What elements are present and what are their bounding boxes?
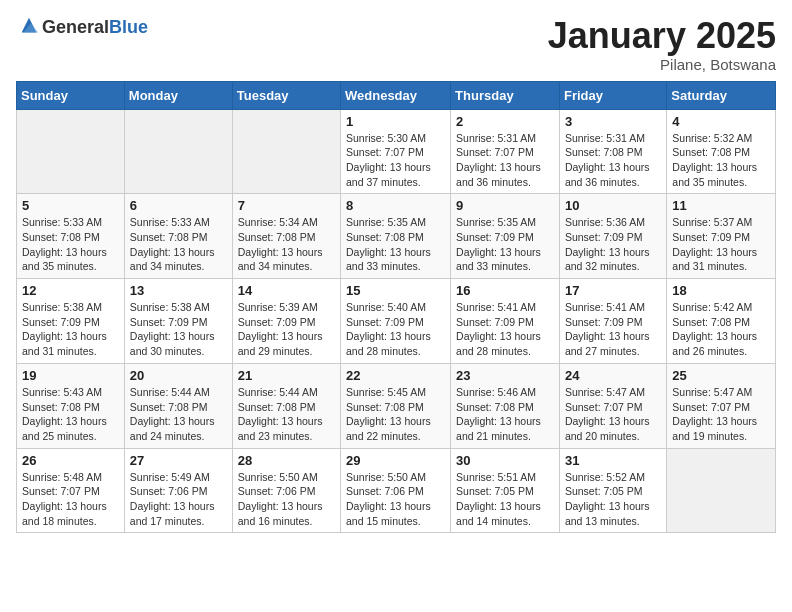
calendar-cell: 30Sunrise: 5:51 AM Sunset: 7:05 PM Dayli… xyxy=(451,448,560,533)
day-number: 14 xyxy=(238,283,335,298)
day-info: Sunrise: 5:41 AM Sunset: 7:09 PM Dayligh… xyxy=(456,300,554,359)
calendar-cell: 19Sunrise: 5:43 AM Sunset: 7:08 PM Dayli… xyxy=(17,363,125,448)
subtitle: Pilane, Botswana xyxy=(548,56,776,73)
calendar-cell: 15Sunrise: 5:40 AM Sunset: 7:09 PM Dayli… xyxy=(341,279,451,364)
calendar-cell: 11Sunrise: 5:37 AM Sunset: 7:09 PM Dayli… xyxy=(667,194,776,279)
day-number: 18 xyxy=(672,283,770,298)
day-info: Sunrise: 5:38 AM Sunset: 7:09 PM Dayligh… xyxy=(130,300,227,359)
calendar-cell: 6Sunrise: 5:33 AM Sunset: 7:08 PM Daylig… xyxy=(124,194,232,279)
calendar-cell: 26Sunrise: 5:48 AM Sunset: 7:07 PM Dayli… xyxy=(17,448,125,533)
day-number: 27 xyxy=(130,453,227,468)
day-info: Sunrise: 5:47 AM Sunset: 7:07 PM Dayligh… xyxy=(565,385,661,444)
weekday-header-cell: Thursday xyxy=(451,81,560,109)
day-number: 23 xyxy=(456,368,554,383)
page-header: GeneralBlue January 2025 Pilane, Botswan… xyxy=(16,16,776,73)
calendar-cell: 4Sunrise: 5:32 AM Sunset: 7:08 PM Daylig… xyxy=(667,109,776,194)
calendar-cell: 20Sunrise: 5:44 AM Sunset: 7:08 PM Dayli… xyxy=(124,363,232,448)
calendar-week-row: 12Sunrise: 5:38 AM Sunset: 7:09 PM Dayli… xyxy=(17,279,776,364)
calendar-cell: 29Sunrise: 5:50 AM Sunset: 7:06 PM Dayli… xyxy=(341,448,451,533)
day-number: 8 xyxy=(346,198,445,213)
calendar-body: 1Sunrise: 5:30 AM Sunset: 7:07 PM Daylig… xyxy=(17,109,776,533)
title-block: January 2025 Pilane, Botswana xyxy=(548,16,776,73)
calendar-cell: 5Sunrise: 5:33 AM Sunset: 7:08 PM Daylig… xyxy=(17,194,125,279)
logo-general: General xyxy=(42,17,109,37)
weekday-header-cell: Wednesday xyxy=(341,81,451,109)
calendar-cell: 21Sunrise: 5:44 AM Sunset: 7:08 PM Dayli… xyxy=(232,363,340,448)
day-info: Sunrise: 5:30 AM Sunset: 7:07 PM Dayligh… xyxy=(346,131,445,190)
logo: GeneralBlue xyxy=(16,16,148,38)
calendar-cell: 16Sunrise: 5:41 AM Sunset: 7:09 PM Dayli… xyxy=(451,279,560,364)
day-info: Sunrise: 5:37 AM Sunset: 7:09 PM Dayligh… xyxy=(672,215,770,274)
calendar-cell: 9Sunrise: 5:35 AM Sunset: 7:09 PM Daylig… xyxy=(451,194,560,279)
calendar-week-row: 19Sunrise: 5:43 AM Sunset: 7:08 PM Dayli… xyxy=(17,363,776,448)
calendar-cell: 14Sunrise: 5:39 AM Sunset: 7:09 PM Dayli… xyxy=(232,279,340,364)
calendar-cell: 10Sunrise: 5:36 AM Sunset: 7:09 PM Dayli… xyxy=(559,194,666,279)
day-info: Sunrise: 5:32 AM Sunset: 7:08 PM Dayligh… xyxy=(672,131,770,190)
day-info: Sunrise: 5:51 AM Sunset: 7:05 PM Dayligh… xyxy=(456,470,554,529)
calendar-cell: 18Sunrise: 5:42 AM Sunset: 7:08 PM Dayli… xyxy=(667,279,776,364)
day-number: 19 xyxy=(22,368,119,383)
day-number: 6 xyxy=(130,198,227,213)
weekday-header-cell: Saturday xyxy=(667,81,776,109)
day-info: Sunrise: 5:44 AM Sunset: 7:08 PM Dayligh… xyxy=(130,385,227,444)
day-info: Sunrise: 5:48 AM Sunset: 7:07 PM Dayligh… xyxy=(22,470,119,529)
day-number: 25 xyxy=(672,368,770,383)
day-number: 5 xyxy=(22,198,119,213)
day-info: Sunrise: 5:39 AM Sunset: 7:09 PM Dayligh… xyxy=(238,300,335,359)
day-number: 1 xyxy=(346,114,445,129)
calendar-table: SundayMondayTuesdayWednesdayThursdayFrid… xyxy=(16,81,776,534)
weekday-header-cell: Sunday xyxy=(17,81,125,109)
day-info: Sunrise: 5:40 AM Sunset: 7:09 PM Dayligh… xyxy=(346,300,445,359)
day-info: Sunrise: 5:35 AM Sunset: 7:09 PM Dayligh… xyxy=(456,215,554,274)
calendar-week-row: 5Sunrise: 5:33 AM Sunset: 7:08 PM Daylig… xyxy=(17,194,776,279)
day-number: 4 xyxy=(672,114,770,129)
calendar-cell: 1Sunrise: 5:30 AM Sunset: 7:07 PM Daylig… xyxy=(341,109,451,194)
day-info: Sunrise: 5:46 AM Sunset: 7:08 PM Dayligh… xyxy=(456,385,554,444)
calendar-cell: 17Sunrise: 5:41 AM Sunset: 7:09 PM Dayli… xyxy=(559,279,666,364)
calendar-cell: 25Sunrise: 5:47 AM Sunset: 7:07 PM Dayli… xyxy=(667,363,776,448)
day-number: 11 xyxy=(672,198,770,213)
day-info: Sunrise: 5:47 AM Sunset: 7:07 PM Dayligh… xyxy=(672,385,770,444)
calendar-cell: 23Sunrise: 5:46 AM Sunset: 7:08 PM Dayli… xyxy=(451,363,560,448)
day-number: 10 xyxy=(565,198,661,213)
day-number: 12 xyxy=(22,283,119,298)
calendar-cell: 28Sunrise: 5:50 AM Sunset: 7:06 PM Dayli… xyxy=(232,448,340,533)
day-number: 29 xyxy=(346,453,445,468)
day-info: Sunrise: 5:45 AM Sunset: 7:08 PM Dayligh… xyxy=(346,385,445,444)
weekday-header-row: SundayMondayTuesdayWednesdayThursdayFrid… xyxy=(17,81,776,109)
main-title: January 2025 xyxy=(548,16,776,56)
day-info: Sunrise: 5:35 AM Sunset: 7:08 PM Dayligh… xyxy=(346,215,445,274)
day-number: 30 xyxy=(456,453,554,468)
calendar-cell: 12Sunrise: 5:38 AM Sunset: 7:09 PM Dayli… xyxy=(17,279,125,364)
weekday-header-cell: Monday xyxy=(124,81,232,109)
calendar-cell: 7Sunrise: 5:34 AM Sunset: 7:08 PM Daylig… xyxy=(232,194,340,279)
day-number: 20 xyxy=(130,368,227,383)
day-info: Sunrise: 5:31 AM Sunset: 7:07 PM Dayligh… xyxy=(456,131,554,190)
day-number: 3 xyxy=(565,114,661,129)
day-number: 24 xyxy=(565,368,661,383)
weekday-header-cell: Friday xyxy=(559,81,666,109)
day-number: 9 xyxy=(456,198,554,213)
day-number: 7 xyxy=(238,198,335,213)
day-number: 21 xyxy=(238,368,335,383)
day-number: 17 xyxy=(565,283,661,298)
calendar-cell: 2Sunrise: 5:31 AM Sunset: 7:07 PM Daylig… xyxy=(451,109,560,194)
day-info: Sunrise: 5:34 AM Sunset: 7:08 PM Dayligh… xyxy=(238,215,335,274)
day-info: Sunrise: 5:49 AM Sunset: 7:06 PM Dayligh… xyxy=(130,470,227,529)
day-number: 31 xyxy=(565,453,661,468)
calendar-cell: 13Sunrise: 5:38 AM Sunset: 7:09 PM Dayli… xyxy=(124,279,232,364)
day-info: Sunrise: 5:50 AM Sunset: 7:06 PM Dayligh… xyxy=(346,470,445,529)
calendar-cell xyxy=(232,109,340,194)
day-number: 16 xyxy=(456,283,554,298)
day-info: Sunrise: 5:43 AM Sunset: 7:08 PM Dayligh… xyxy=(22,385,119,444)
day-info: Sunrise: 5:33 AM Sunset: 7:08 PM Dayligh… xyxy=(22,215,119,274)
calendar-cell xyxy=(667,448,776,533)
day-number: 26 xyxy=(22,453,119,468)
calendar-cell: 3Sunrise: 5:31 AM Sunset: 7:08 PM Daylig… xyxy=(559,109,666,194)
day-info: Sunrise: 5:52 AM Sunset: 7:05 PM Dayligh… xyxy=(565,470,661,529)
day-info: Sunrise: 5:42 AM Sunset: 7:08 PM Dayligh… xyxy=(672,300,770,359)
day-number: 2 xyxy=(456,114,554,129)
day-info: Sunrise: 5:44 AM Sunset: 7:08 PM Dayligh… xyxy=(238,385,335,444)
day-info: Sunrise: 5:31 AM Sunset: 7:08 PM Dayligh… xyxy=(565,131,661,190)
calendar-cell: 24Sunrise: 5:47 AM Sunset: 7:07 PM Dayli… xyxy=(559,363,666,448)
